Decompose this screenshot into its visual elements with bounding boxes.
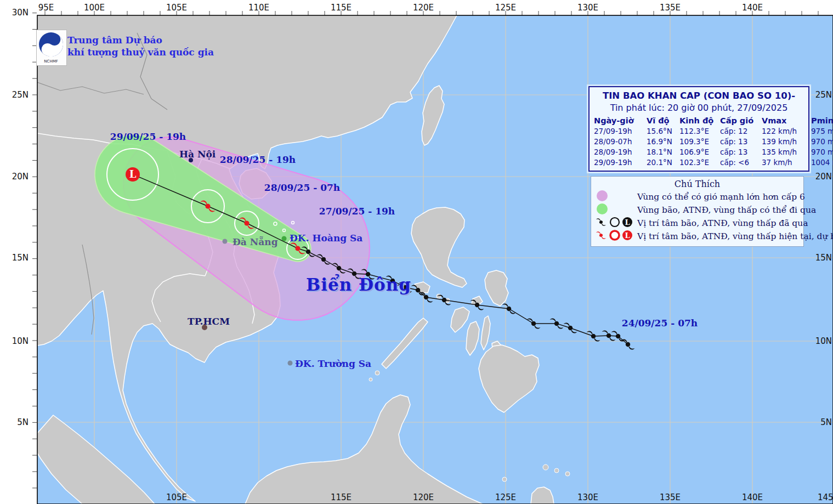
weather-map-page: { "colors": { "water": "#99c8f8", "land"… [0,0,833,504]
map-canvas: L [0,0,833,504]
small-island [437,294,441,298]
small-island [543,465,548,470]
small-island [502,477,507,482]
small-island [554,468,559,473]
svg-text:L: L [129,168,137,180]
small-island [565,472,570,476]
map-layers: L [37,15,833,504]
small-island [375,371,379,375]
small-island [369,378,372,381]
